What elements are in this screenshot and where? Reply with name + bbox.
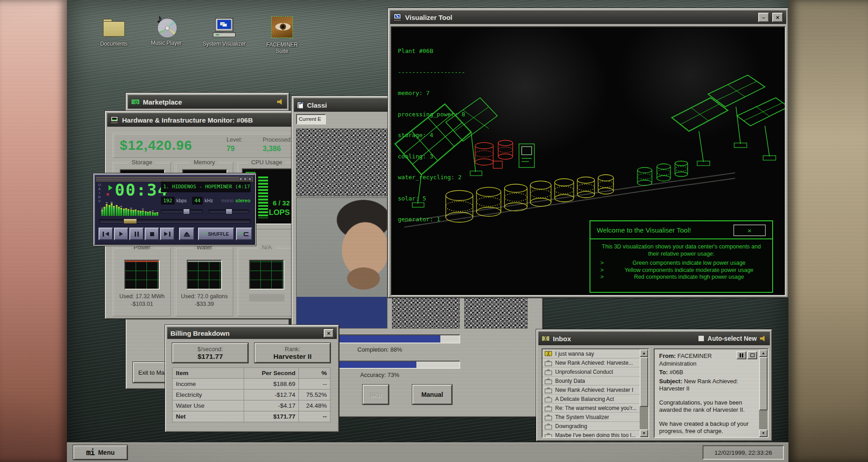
- inbox-window: Inbox Auto-select New I just wanna say N…: [536, 329, 772, 441]
- visualizer-window: Visualizer Tool – ×: [388, 8, 788, 298]
- eject-button[interactable]: [179, 228, 194, 240]
- storage-label: Storage: [128, 159, 156, 166]
- close-icon[interactable]: ×: [324, 329, 334, 338]
- power-chart: [124, 260, 160, 290]
- level-value: 79: [226, 145, 235, 153]
- dialog-bullet: >Yellow components indicate moderate pow…: [595, 267, 768, 274]
- memory-label: Memory: [191, 159, 218, 166]
- list-scrollbar[interactable]: ▲ ▼: [640, 349, 648, 437]
- balance-panel: $12,420.96 Level: 79 Processed: 3,386: [113, 133, 295, 158]
- scrollbar-thumb[interactable]: [759, 357, 768, 410]
- samplerate-unit: kHz: [204, 198, 213, 203]
- time-display[interactable]: 00:34: [115, 181, 165, 200]
- clutterbar[interactable]: OAIDV: [97, 183, 102, 203]
- scroll-up-icon[interactable]: ▲: [759, 349, 768, 357]
- visualizer-canvas[interactable]: Plant #06B ------------------- memory: 7…: [391, 26, 786, 296]
- popout-icon[interactable]: [747, 351, 757, 359]
- list-item[interactable]: The System Visualizer: [542, 413, 640, 422]
- list-item[interactable]: New Rank Achieved: Harveste...: [542, 358, 640, 367]
- stop-button[interactable]: [145, 228, 159, 240]
- next-button[interactable]: [160, 228, 175, 240]
- repeat-button[interactable]: [236, 228, 252, 240]
- minimize-icon[interactable]: –: [758, 13, 769, 22]
- repeat-flag-icon: [239, 233, 242, 236]
- welcome-dialog: Welcome to the Visualiser Tool! × This 3…: [590, 220, 773, 293]
- power-group: Power Used: 17.32 MWh -$103.01: [113, 248, 171, 316]
- options-icon[interactable]: [239, 177, 242, 181]
- icon-label: Documents: [92, 41, 136, 47]
- close-icon[interactable]: [248, 177, 251, 181]
- menu-label: Menu: [98, 449, 115, 456]
- auto-select-checkbox[interactable]: [698, 335, 704, 342]
- water-chart: [187, 260, 222, 290]
- read-envelope-icon: [545, 414, 552, 420]
- scroll-down-icon[interactable]: ▼: [759, 429, 768, 437]
- seek-bar[interactable]: [99, 219, 250, 224]
- read-envelope-icon: [545, 405, 552, 411]
- play-button[interactable]: [114, 228, 128, 240]
- email-paragraph: Congratulations, you have been awarded t…: [659, 399, 749, 414]
- desktop-icon-music-player[interactable]: ♪ Music Player: [145, 15, 188, 46]
- unread-envelope-icon: [545, 351, 552, 356]
- speaker-icon[interactable]: [277, 99, 284, 105]
- pause-button[interactable]: [129, 228, 144, 240]
- current-filter-field[interactable]: Current E: [296, 114, 326, 124]
- mono-indicator: mono: [221, 198, 234, 203]
- scrollbar-thumb[interactable]: [640, 357, 648, 407]
- billing-titlebar[interactable]: Billing Breakdown ×: [167, 327, 337, 339]
- marketplace-title: Marketplace: [143, 98, 182, 106]
- menu-button[interactable]: mi Menu: [73, 445, 127, 460]
- inbox-message-list: I just wanna say New Rank Achieved: Harv…: [542, 348, 649, 438]
- balance-slider[interactable]: [209, 210, 249, 213]
- close-icon[interactable]: ×: [733, 224, 766, 236]
- desktop-icon-system-visualizer[interactable]: System Visualizer: [203, 18, 246, 47]
- dialog-intro-line: their relative power usage:: [595, 251, 768, 258]
- water-used: Used: 72.0 gallons: [176, 293, 233, 300]
- billing-table: ItemPer Second% Income$188.69-- Electric…: [172, 367, 330, 422]
- read-envelope-icon: [545, 423, 552, 429]
- inbox-titlebar[interactable]: Inbox Auto-select New: [538, 332, 770, 345]
- computer-icon: [213, 18, 236, 38]
- list-item[interactable]: Maybe I've been doing this too l...: [542, 431, 640, 438]
- email-reading-pane: From: FACEMINER Administration To: #06B …: [654, 348, 769, 438]
- volume-slider[interactable]: [161, 210, 203, 213]
- marketplace-titlebar[interactable]: Marketplace: [128, 95, 287, 109]
- close-icon[interactable]: ×: [772, 13, 783, 22]
- list-item[interactable]: Downgrading: [542, 422, 640, 431]
- read-envelope-icon: [545, 396, 552, 402]
- list-item[interactable]: Re: The warmest welcome you'r...: [542, 404, 640, 413]
- welcome-dialog-title: Welcome to the Visualiser Tool!: [597, 226, 691, 234]
- pause-icon[interactable]: [736, 351, 746, 359]
- auto-select-label: Auto-select New: [708, 335, 757, 342]
- classifier-icon: [297, 102, 304, 109]
- list-item[interactable]: New Rank Achieved: Harvester I: [542, 386, 640, 395]
- previous-button[interactable]: [99, 228, 113, 240]
- bitrate-value: 192: [161, 197, 175, 205]
- email-scrollbar[interactable]: ▲ ▼: [759, 349, 768, 437]
- processed-label: Processed:: [263, 136, 292, 143]
- shuffle-button[interactable]: SHUFFLE: [198, 228, 234, 240]
- icon-label: System Visualizer: [203, 41, 246, 47]
- list-item[interactable]: Bounty Data: [542, 376, 640, 386]
- balance-value: $12,420.96: [120, 138, 192, 153]
- desktop-icon-documents[interactable]: Documents: [92, 19, 136, 47]
- dialog-bullet: >Green components indicate low power usa…: [595, 260, 768, 267]
- manual-button[interactable]: Manual: [412, 385, 452, 405]
- visualizer-title: Visualizer Tool: [405, 14, 452, 21]
- list-item[interactable]: I just wanna say: [542, 349, 640, 358]
- skip-button[interactable]: Skip: [363, 385, 389, 405]
- list-item[interactable]: A Delicate Balancing Act: [542, 395, 640, 404]
- billing-title: Billing Breakdown: [170, 329, 230, 337]
- eye-icon: [271, 16, 293, 38]
- play-indicator-icon: [108, 185, 113, 191]
- minimize-icon[interactable]: [244, 177, 247, 181]
- visualizer-titlebar[interactable]: Visualizer Tool – ×: [390, 10, 786, 24]
- track-title-marquee[interactable]: 1. HIDDENOS - HOPEMINER (4:17): [161, 181, 250, 192]
- list-item[interactable]: Unprofessional Conduct: [542, 367, 640, 376]
- speaker-icon[interactable]: [760, 335, 767, 342]
- captcha-noise-image: [296, 129, 387, 196]
- power-used: Used: 17.32 MWh: [113, 293, 170, 300]
- scroll-down-icon[interactable]: ▼: [640, 429, 648, 437]
- scroll-up-icon[interactable]: ▲: [640, 349, 648, 357]
- desktop-icon-faceminer-suite[interactable]: FACEMINER Suite: [260, 16, 304, 54]
